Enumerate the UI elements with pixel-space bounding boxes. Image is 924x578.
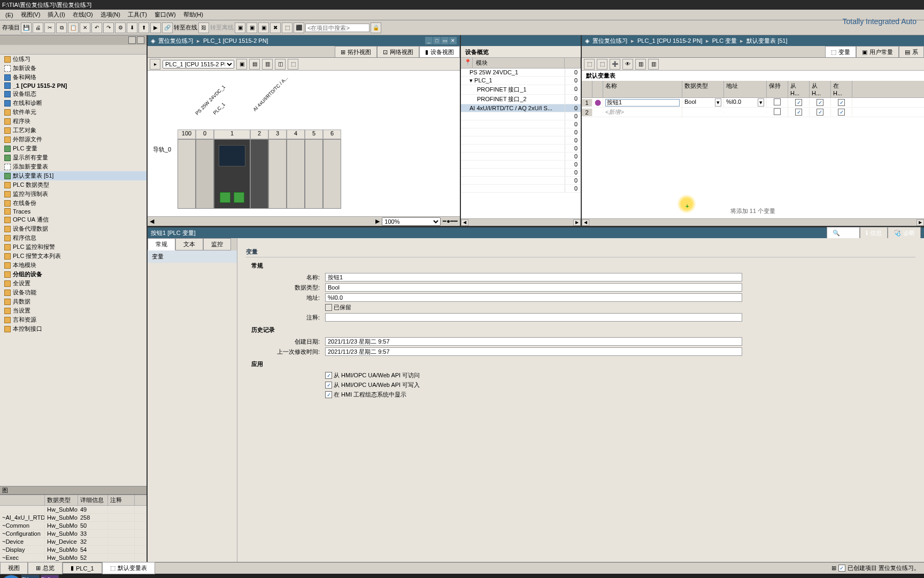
tree-item[interactable]: 设备代理数据	[0, 224, 147, 233]
tree-item[interactable]: 位练习	[0, 55, 147, 64]
th-name[interactable]: 名称	[603, 81, 682, 97]
split-h-icon[interactable]: ⬚	[282, 22, 292, 33]
sidetab-general[interactable]: 常规	[148, 238, 175, 250]
sidetab-monitor[interactable]: 监控	[203, 238, 231, 250]
tab-tags[interactable]: ⬚变量	[825, 46, 856, 57]
tree-item[interactable]: 加新设备	[0, 64, 147, 73]
tree-item[interactable]: 本控制接口	[0, 324, 147, 333]
dev-tool5-icon[interactable]: ◫	[275, 59, 286, 70]
tree-opt-icon[interactable]	[137, 36, 144, 44]
tag-row-1[interactable]: 1 ⬤ Bool▾ %I0.0▾	[582, 98, 924, 108]
dh-comment[interactable]: 注释	[108, 495, 135, 505]
tab-info[interactable]: ℹ信息	[860, 227, 888, 238]
slot-2-ai[interactable]	[250, 139, 268, 209]
slot-4[interactable]	[287, 139, 305, 209]
crumb-plc[interactable]: PLC_1 [CPU 1515-2 PN]	[203, 37, 268, 44]
dev-tool4-icon[interactable]: ▥	[262, 59, 273, 70]
tree-item[interactable]: PLC 监控和报警	[0, 242, 147, 252]
tab-network[interactable]: ⊡网络视图	[377, 46, 419, 57]
th-dtype[interactable]: 数据类型	[682, 81, 724, 97]
scroll-left-icon[interactable]: ◀	[150, 218, 154, 225]
paste-icon[interactable]: 📋	[68, 22, 79, 33]
go-online-btn[interactable]: 转至在线	[174, 24, 197, 32]
tab-diag[interactable]: 🩺诊断	[888, 227, 921, 238]
undo-icon[interactable]: ↶	[91, 22, 102, 33]
menu-online[interactable]: 在线(O)	[70, 10, 96, 20]
vt3-icon[interactable]: ➕	[610, 59, 620, 70]
side-item-variable[interactable]: 变量	[148, 250, 237, 263]
tag-dtype[interactable]: Bool	[684, 98, 715, 107]
zoom-select[interactable]: 100%	[382, 217, 441, 226]
tree-item[interactable]: 显示所有变量	[0, 153, 147, 162]
split-v-icon[interactable]: ⬛	[294, 22, 304, 33]
crumb2-plc[interactable]: PLC_1 [CPU 1515-2 PN]	[637, 37, 703, 44]
tree-item[interactable]: 本地模块	[0, 261, 147, 270]
crumb2-tags[interactable]: PLC 变量	[712, 37, 737, 45]
win-close-icon[interactable]: ✕	[449, 37, 457, 44]
menu-help[interactable]: 帮助(H)	[180, 10, 206, 20]
detail-row[interactable]: ~AI_4xU_I_RTD_T...Hw_SubMo...258	[0, 514, 147, 522]
scroll-right-icon[interactable]: ▶	[375, 218, 380, 225]
tree-item[interactable]: PLC 变量	[0, 144, 147, 153]
vt4-icon[interactable]: 👁	[622, 59, 633, 70]
go-online-icon[interactable]: 🔗	[162, 22, 173, 33]
dtype-dropdown-icon[interactable]: ▾	[715, 98, 721, 107]
ov-hscroll[interactable]: ◀▶	[461, 218, 581, 226]
tree-item[interactable]: 设备组态	[0, 89, 147, 98]
overview-empty-row[interactable]: 0	[461, 161, 581, 169]
delete-icon[interactable]: ✕	[80, 22, 90, 33]
nav-icon2[interactable]: ◈	[585, 37, 589, 44]
tag-name-input[interactable]	[605, 99, 680, 107]
sb-plc1[interactable]: ▮PLC_1	[63, 562, 102, 574]
tab-device[interactable]: ▮设备视图	[419, 46, 460, 57]
cpu-port1[interactable]	[220, 192, 230, 203]
tab-sys[interactable]: ▤系	[899, 46, 924, 57]
dev-tool3-icon[interactable]: ▤	[249, 59, 260, 70]
vt6-icon[interactable]: ▥	[648, 59, 659, 70]
overview-empty-row[interactable]: 0	[461, 144, 581, 153]
overview-row[interactable]: PROFINET 接口_10	[461, 85, 581, 95]
chk2-fromh1[interactable]	[795, 109, 802, 116]
dh-detail[interactable]: 详细信息	[78, 495, 108, 505]
overview-empty-row[interactable]: 0	[461, 153, 581, 161]
tree-item[interactable]: 全设置	[0, 279, 147, 288]
sb-view[interactable]: 视图	[0, 562, 28, 574]
win-rest-icon[interactable]: ▭	[441, 37, 449, 44]
th-addr[interactable]: 地址	[724, 81, 767, 97]
addr-dropdown-icon[interactable]: ▾	[758, 98, 764, 107]
tree-item[interactable]: 设备功能	[0, 288, 147, 297]
tab-properties[interactable]: 🔍属性	[827, 227, 860, 238]
sidetab-text[interactable]: 文本	[175, 238, 203, 250]
ov-module-hdr[interactable]: 模块	[473, 58, 565, 68]
win-min-icon[interactable]: _	[425, 37, 433, 44]
tree-item[interactable]: 监控与强制表	[0, 189, 147, 199]
dev-tool6-icon[interactable]: ⬚	[288, 59, 298, 70]
app-plcsim[interactable]: PLC SIM	[41, 575, 59, 578]
field-addr[interactable]	[325, 293, 742, 302]
slot-1-cpu[interactable]	[214, 139, 250, 209]
overview-row[interactable]: PROFINET 接口_20	[461, 95, 581, 104]
tree-item[interactable]: 备和网络	[0, 73, 147, 82]
crumb2-project[interactable]: 置位复位练习	[592, 37, 628, 45]
upload-icon[interactable]: ⬆	[138, 22, 149, 33]
sb-default-table[interactable]: ⬚默认变量表	[102, 562, 155, 574]
download-icon[interactable]: ⬇	[127, 22, 137, 33]
save-project-btn[interactable]: 存项目	[2, 24, 20, 32]
tree-item[interactable]: PLC 报警文本列表	[0, 252, 147, 261]
tree-item[interactable]: _1 [CPU 1515-2 PN]	[0, 82, 147, 89]
tree-item[interactable]: 程序信息	[0, 233, 147, 242]
device-rack[interactable]: 1000123456	[178, 130, 341, 209]
tree-item[interactable]: 分组的设备	[0, 270, 147, 279]
crumb-project[interactable]: 置位复位练习	[158, 37, 194, 45]
device-select[interactable]: PLC_1 [CPU 1515-2 PN]	[163, 60, 234, 69]
compile-icon[interactable]: ⚙	[115, 22, 126, 33]
tag-row-new[interactable]: 2 <新增>	[582, 108, 924, 117]
detail-row[interactable]: ~ConfigurationHw_SubMo...33	[0, 530, 147, 538]
chk-fromh2[interactable]	[817, 99, 823, 106]
tree-item[interactable]: Traces	[0, 208, 147, 215]
menu-options[interactable]: 选项(N)	[97, 10, 124, 20]
overview-row[interactable]: AI 4xU/I/RTD/TC / AQ 2xU/I S...0	[461, 104, 581, 112]
chk-keep[interactable]	[774, 98, 781, 105]
cpu-port2[interactable]	[234, 192, 244, 203]
tag-addr[interactable]: %I0.0	[726, 98, 758, 107]
